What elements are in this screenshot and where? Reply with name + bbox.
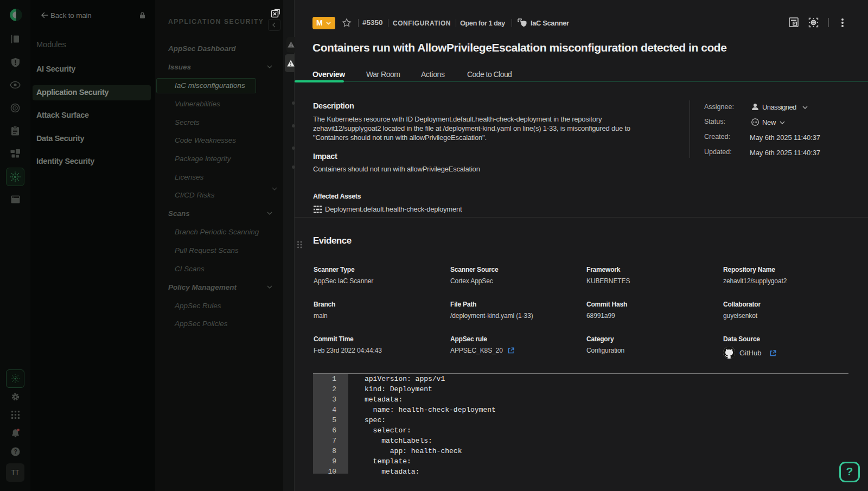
svg-text:?: ?	[14, 448, 17, 455]
